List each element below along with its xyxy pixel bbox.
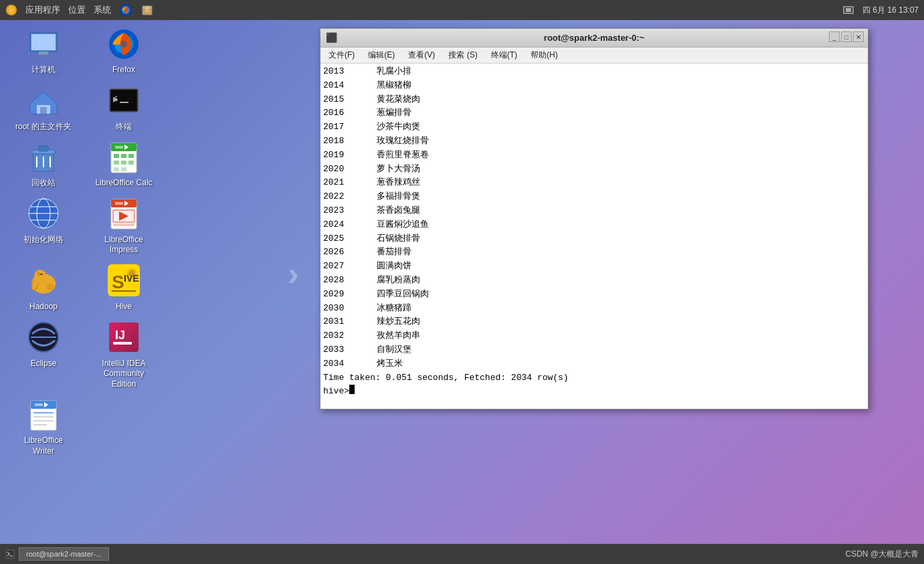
taskbar-firefox-icon[interactable] (119, 3, 132, 17)
svg-point-14 (120, 41, 127, 48)
svg-point-50 (34, 270, 46, 282)
terminal-data-row: 2033自制汉堡 (323, 343, 865, 357)
terminal-title: root@spark2-master-0:~ (544, 33, 644, 43)
svg-rect-9 (31, 34, 56, 50)
icon-row-4: 初始化网络 LibreOffice Impress (13, 195, 154, 256)
terminal-status-line: Time taken: 0.051 seconds, Fetched: 2034… (323, 371, 865, 385)
writer-label: LibreOffice Writer (13, 436, 74, 456)
desktop-icon-hadoop[interactable]: Hadoop (13, 262, 74, 312)
intellij-label: IntelliJ IDEA Community Edition (94, 359, 154, 390)
terminal-titlebar: ⬛ root@spark2-master-0:~ _ □ ✕ (320, 29, 868, 48)
hadoop-icon (25, 262, 62, 299)
svg-text:IJ: IJ (115, 328, 125, 342)
terminal-window: ⬛ root@spark2-master-0:~ _ □ ✕ 文件(F) 编辑(… (320, 28, 868, 409)
terminal-data-row: 2032孜然羊肉串 (323, 329, 865, 343)
network-label: 初始化网络 (23, 235, 64, 246)
svg-rect-63 (113, 342, 132, 345)
intellij-icon: IJ (106, 319, 143, 356)
terminal-label: 终端 (116, 122, 132, 132)
network-icon (25, 195, 62, 232)
desktop-icon-network[interactable]: 初始化网络 (13, 195, 74, 256)
taskbar-app-icon[interactable] (5, 4, 17, 16)
svg-rect-5 (145, 6, 149, 12)
terminal-minimize-btn[interactable]: _ (829, 31, 840, 42)
desktop-icon-hive[interactable]: S IVE Hive (94, 262, 154, 312)
desktop-icon-terminal[interactable]: $ _ 终端 (94, 82, 154, 132)
terminal-data-row: 2015黄花菜烧肉 (323, 93, 865, 107)
svg-rect-37 (115, 146, 123, 149)
svg-rect-10 (39, 52, 48, 55)
svg-rect-34 (128, 161, 134, 165)
svg-rect-7 (846, 8, 851, 12)
svg-rect-30 (121, 154, 126, 158)
writer-icon (25, 396, 62, 433)
svg-rect-32 (114, 161, 119, 165)
svg-rect-47 (113, 223, 134, 226)
terminal-data-row: 2016葱煸排骨 (323, 106, 865, 120)
taskbar-menu-apps[interactable]: 应用程序 (25, 4, 60, 16)
svg-point-52 (40, 274, 43, 275)
firefox-label: Frefox (112, 65, 135, 76)
svg-rect-48 (115, 202, 123, 205)
terminal-data-row: 2024豆酱焖沙追鱼 (323, 218, 865, 232)
taskbar-terminal-icon (5, 549, 15, 559)
svg-rect-31 (128, 154, 134, 158)
svg-rect-35 (114, 167, 119, 171)
taskbar-menu-system[interactable]: 系统 (94, 4, 111, 16)
terminal-controls: _ □ ✕ (829, 31, 864, 42)
icon-row-1: 计算机 Frefox (13, 25, 154, 76)
terminal-data-row: 2022多福排骨煲 (323, 190, 865, 204)
svg-rect-45 (111, 199, 136, 207)
terminal-data-row: 2014黑椒猪柳 (323, 79, 865, 93)
menu-terminal[interactable]: 终端(T) (486, 48, 523, 62)
recycle-label: 回收站 (31, 178, 56, 189)
terminal-maximize-btn[interactable]: □ (841, 31, 852, 42)
desktop-icon-home[interactable]: root 的主文件夹 (13, 82, 74, 132)
taskbar-package-icon[interactable] (141, 3, 154, 17)
menu-file[interactable]: 文件(F) (323, 48, 360, 62)
desktop-icon-intellij[interactable]: IJ IntelliJ IDEA Community Edition (94, 319, 154, 390)
terminal-data-row: 2020萝卜大骨汤 (323, 163, 865, 177)
impress-label: LibreOffice Impress (94, 235, 154, 256)
taskbar-app-button[interactable]: root@spark2-master-... (19, 547, 109, 561)
desktop-icon-writer[interactable]: LibreOffice Writer (13, 396, 74, 456)
desktop-icon-eclipse[interactable]: Eclipse (13, 319, 74, 390)
menu-view[interactable]: 查看(V) (403, 48, 440, 62)
tray-icon (842, 4, 854, 16)
terminal-data-row: 2018玫瑰红烧排骨 (323, 134, 865, 149)
desktop-icon-firefox[interactable]: Frefox (94, 25, 154, 76)
desktop-icon-recycle[interactable]: 回收站 (13, 138, 74, 189)
eclipse-icon (25, 319, 62, 356)
computer-label: 计算机 (31, 65, 56, 76)
icon-row-2: root 的主文件夹 $ _ 终端 (13, 82, 154, 132)
desktop-icon-computer[interactable]: 计算机 (13, 25, 74, 76)
terminal-data-row: 2034烤玉米 (323, 357, 865, 371)
terminal-icon: $ _ (106, 82, 143, 119)
icon-row-7: LibreOffice Writer (13, 396, 154, 456)
terminal-data-row: 2021葱香辣鸡丝 (323, 176, 865, 190)
icon-row-5: Hadoop S IVE Hive (13, 262, 154, 312)
terminal-data-row: 2023茶香卤兔腿 (323, 204, 865, 218)
terminal-menubar: 文件(F) 编辑(E) 查看(V) 搜索 (S) 终端(T) 帮助(H) (320, 48, 868, 64)
terminal-data-row: 2026番茄排骨 (323, 246, 865, 260)
taskbar-bottom: root@spark2-master-... CSDN @大概是大青 (0, 544, 924, 564)
terminal-body[interactable]: 2013乳腐小排2014黑椒猪柳2015黄花菜烧肉2016葱煸排骨2017沙茶牛… (320, 64, 868, 409)
terminal-close-btn[interactable]: ✕ (853, 31, 864, 42)
svg-rect-66 (31, 401, 56, 409)
svg-rect-33 (121, 161, 126, 165)
terminal-data-row: 2030冰糖猪蹄 (323, 302, 865, 316)
terminal-prompt: hive> (323, 385, 349, 399)
taskbar-top-left: 应用程序 位置 系统 (5, 3, 154, 17)
home-folder-icon (25, 82, 62, 119)
terminal-data-row: 2025石锅烧排骨 (323, 232, 865, 246)
svg-rect-11 (35, 55, 52, 57)
recycle-icon (25, 138, 62, 175)
desktop-icon-impress[interactable]: LibreOffice Impress (94, 195, 154, 256)
svg-rect-16 (40, 107, 47, 114)
desktop-icon-calc[interactable]: LibreOffice Calc (94, 138, 154, 189)
taskbar-menu-location[interactable]: 位置 (68, 4, 86, 16)
taskbar-clock-area: 四 6月 16 13:07 (842, 4, 919, 16)
menu-edit[interactable]: 编辑(E) (363, 48, 400, 62)
menu-help[interactable]: 帮助(H) (525, 48, 563, 62)
menu-search[interactable]: 搜索 (S) (443, 48, 482, 62)
